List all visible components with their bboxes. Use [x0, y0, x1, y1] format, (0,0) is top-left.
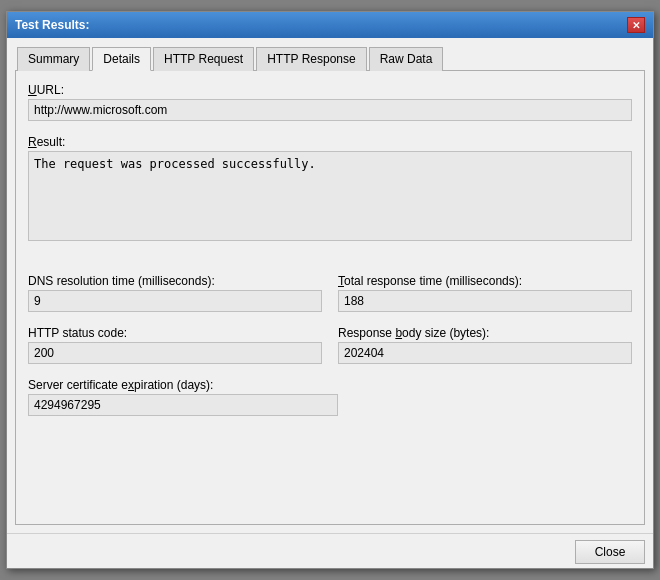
dns-label: DNS resolution time (milliseconds):: [28, 274, 322, 288]
url-value[interactable]: http://www.microsoft.com: [28, 99, 632, 121]
url-label: UURL:: [28, 83, 632, 97]
response-body-label: Response body size (bytes):: [338, 326, 632, 340]
url-field-group: UURL: http://www.microsoft.com: [28, 83, 632, 121]
footer: Close: [7, 533, 653, 568]
total-response-field-group: Total response time (milliseconds): 188: [338, 274, 632, 312]
window-title: Test Results:: [15, 18, 89, 32]
row-http-body: HTTP status code: 200 Response body size…: [28, 326, 632, 370]
total-response-value[interactable]: 188: [338, 290, 632, 312]
close-button[interactable]: Close: [575, 540, 645, 564]
window-body: Summary Details HTTP Request HTTP Respon…: [7, 38, 653, 533]
response-body-field-group: Response body size (bytes): 202404: [338, 326, 632, 364]
http-status-value[interactable]: 200: [28, 342, 322, 364]
tab-bar: Summary Details HTTP Request HTTP Respon…: [15, 46, 645, 71]
title-bar: Test Results: ✕: [7, 12, 653, 38]
dns-field-group: DNS resolution time (milliseconds): 9: [28, 274, 322, 312]
cert-expiry-field-group: Server certificate expiration (days): 42…: [28, 378, 338, 416]
row-dns-total: DNS resolution time (milliseconds): 9 To…: [28, 274, 632, 318]
test-results-window: Test Results: ✕ Summary Details HTTP Req…: [6, 11, 654, 569]
http-status-label: HTTP status code:: [28, 326, 322, 340]
tab-raw-data[interactable]: Raw Data: [369, 47, 444, 71]
cert-expiry-value[interactable]: 4294967295: [28, 394, 338, 416]
result-textarea[interactable]: [28, 151, 632, 241]
tab-details[interactable]: Details: [92, 47, 151, 71]
title-bar-close-button[interactable]: ✕: [627, 17, 645, 33]
content-area: UURL: http://www.microsoft.com Result: D…: [15, 71, 645, 525]
tab-http-response[interactable]: HTTP Response: [256, 47, 366, 71]
http-status-field-group: HTTP status code: 200: [28, 326, 322, 364]
total-response-label: Total response time (milliseconds):: [338, 274, 632, 288]
tab-summary[interactable]: Summary: [17, 47, 90, 71]
cert-expiry-label: Server certificate expiration (days):: [28, 378, 338, 392]
result-field-group: Result:: [28, 135, 632, 244]
result-label: Result:: [28, 135, 632, 149]
dns-value[interactable]: 9: [28, 290, 322, 312]
response-body-value[interactable]: 202404: [338, 342, 632, 364]
tab-http-request[interactable]: HTTP Request: [153, 47, 254, 71]
